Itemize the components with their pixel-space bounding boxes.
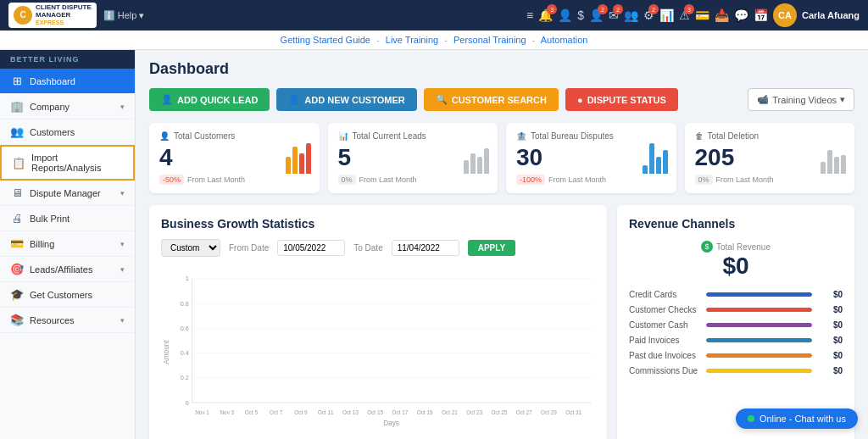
- revenue-item-value-0: $0: [819, 290, 843, 299]
- stat-card-footer-2: -100% From Last Month: [516, 175, 666, 185]
- automation-link[interactable]: Automation: [541, 35, 588, 45]
- period-select[interactable]: Custom Monthly Weekly: [161, 239, 220, 257]
- revenue-item-label-0: Credit Cards: [629, 290, 699, 299]
- sidebar-item-billing[interactable]: 💳 Billing ▾: [0, 231, 135, 257]
- revenue-section: Revenue Channels $ Total Revenue $0 Cred…: [617, 205, 854, 439]
- sidebar-item-dashboard[interactable]: ⊞ Dashboard: [0, 69, 135, 94]
- revenue-total-label: $ Total Revenue: [629, 241, 843, 253]
- stat-card-3: 🗑 Total Deletion 205 0% From Last Month: [685, 123, 855, 193]
- stat-card-title-0: 👤 Total Customers: [159, 131, 309, 141]
- dollar-icon[interactable]: $: [577, 8, 584, 22]
- mini-bar: [649, 143, 654, 174]
- revenue-item-1: Customer Checks $0: [629, 305, 843, 314]
- mini-bar: [306, 143, 311, 174]
- stat-card-2: 🏦 Total Bureau Disputes 30 -100% From La…: [506, 123, 676, 193]
- mini-bars-2: [643, 143, 668, 174]
- from-date-input[interactable]: [277, 240, 345, 256]
- training-videos-button[interactable]: 📹 Training Videos ▾: [748, 88, 854, 111]
- dollar-circle-icon: $: [701, 241, 713, 253]
- avatar: CA: [773, 3, 797, 27]
- add-quick-lead-button[interactable]: 👤 ADD QUICK LEAD: [149, 88, 270, 111]
- page-title: Dashboard: [149, 60, 854, 78]
- mini-bar: [656, 157, 661, 174]
- logo[interactable]: C CLIENT DISPUTE MANAGER EXPRESS: [8, 3, 97, 28]
- svg-text:Days: Days: [383, 420, 399, 427]
- sidebar-item-get-customers[interactable]: 🎓 Get Customers: [0, 282, 135, 308]
- sidebar-icon-1: 🏢: [10, 100, 24, 113]
- svg-text:0.8: 0.8: [181, 300, 189, 308]
- sidebar-item-company[interactable]: 🏢 Company ▾: [0, 94, 135, 119]
- getting-started-link[interactable]: Getting Started Guide: [281, 35, 370, 45]
- mini-bar: [292, 147, 298, 174]
- main-layout: BETTER LIVING ⊞ Dashboard 🏢 Company ▾ 👥 …: [0, 50, 868, 439]
- stat-card-0: 👤 Total Customers 4 -50% From Last Month: [149, 123, 320, 193]
- stat-badge-2: -100%: [516, 175, 545, 185]
- sidebar-label-7: Leads/Affiliates: [30, 264, 92, 275]
- users-icon[interactable]: 👤: [558, 8, 572, 22]
- calendar-icon[interactable]: 📅: [754, 8, 768, 22]
- settings-icon[interactable]: ⚙2: [643, 8, 654, 22]
- sidebar-items: ⊞ Dashboard 🏢 Company ▾ 👥 Customers 📋 Im…: [0, 69, 135, 333]
- mini-bar: [477, 157, 482, 174]
- svg-text:Nov 3: Nov 3: [220, 409, 234, 415]
- notifications-icon[interactable]: 🔔3: [538, 8, 553, 22]
- svg-text:Oct 29: Oct 29: [541, 409, 557, 415]
- stat-cards-row: 👤 Total Customers 4 -50% From Last Month…: [149, 123, 854, 193]
- alert-icon[interactable]: ⚠3: [679, 8, 690, 22]
- help-menu[interactable]: ℹ️ Help ▾: [103, 10, 145, 21]
- mini-bar: [286, 157, 291, 174]
- svg-text:Amount: Amount: [163, 340, 170, 364]
- revenue-item-label-1: Customer Checks: [629, 305, 699, 314]
- chart-section: Business Growth Statistics Custom Monthl…: [149, 205, 607, 439]
- menu-icon[interactable]: ≡: [526, 8, 533, 22]
- sidebar-icon-5: 🖨: [10, 212, 24, 225]
- revenue-item-value-1: $0: [819, 305, 843, 314]
- sidebar-item-customers[interactable]: 👥 Customers: [0, 119, 135, 145]
- apply-button[interactable]: APPLY: [468, 240, 515, 256]
- user-name: Carla Afuang: [802, 10, 860, 20]
- revenue-bar-fill-1: [706, 308, 812, 312]
- stat-card-footer-3: 0% From Last Month: [695, 175, 845, 185]
- revenue-bar-fill-5: [706, 369, 812, 373]
- sidebar-label-9: Resources: [30, 315, 75, 325]
- group-icon[interactable]: 👥: [624, 8, 638, 22]
- inbox-icon[interactable]: 📥: [715, 8, 729, 22]
- sidebar-icon-2: 👥: [10, 125, 24, 138]
- profile-icon[interactable]: 👤2: [589, 8, 604, 22]
- announcement-bar: Getting Started Guide - Live Training - …: [0, 31, 868, 50]
- bubble-icon[interactable]: 💬: [734, 8, 748, 22]
- revenue-item-label-5: Commissions Due: [629, 366, 699, 375]
- stat-card-title-3: 🗑 Total Deletion: [695, 131, 845, 141]
- revenue-bar-track-2: [706, 323, 812, 327]
- customer-search-button[interactable]: 🔍 CUSTOMER SEARCH: [424, 88, 559, 111]
- revenue-total: $ Total Revenue $0: [629, 241, 843, 280]
- add-new-customer-button[interactable]: 👤 ADD NEW CUSTOMER: [276, 88, 416, 111]
- chat-bubble[interactable]: Online - Chat with us: [736, 408, 858, 429]
- stat-icon-0: 👤: [159, 131, 170, 141]
- revenue-item-label-3: Paid Invoices: [629, 336, 699, 345]
- email-icon[interactable]: ✉2: [609, 8, 619, 22]
- personal-training-link[interactable]: Personal Training: [453, 35, 526, 45]
- chevron-icon: ▾: [120, 240, 125, 248]
- mini-bars-1: [464, 143, 489, 174]
- sidebar-item-import-reports-analysis[interactable]: 📋 Import Reports/Analysis: [0, 145, 135, 181]
- credit-icon[interactable]: 💳: [695, 8, 709, 22]
- online-indicator: [748, 415, 754, 422]
- sidebar-item-resources[interactable]: 📚 Resources ▾: [0, 308, 135, 333]
- live-training-link[interactable]: Live Training: [386, 35, 438, 45]
- sidebar-label-5: Bulk Print: [30, 214, 70, 224]
- svg-text:Oct 5: Oct 5: [245, 409, 259, 415]
- stat-icon-2: 🏦: [516, 131, 526, 141]
- to-date-input[interactable]: [392, 240, 459, 256]
- sidebar-item-dispute-manager[interactable]: 🖥 Dispute Manager ▾: [0, 181, 135, 206]
- sidebar-item-bulk-print[interactable]: 🖨 Bulk Print: [0, 206, 135, 231]
- user-profile-area[interactable]: CA Carla Afuang: [773, 3, 860, 27]
- mini-bar: [484, 148, 489, 174]
- chart-icon[interactable]: 📊: [659, 8, 674, 22]
- chevron-icon: ▾: [120, 265, 125, 274]
- dispute-status-button[interactable]: ● DISPUTE STATUS: [565, 88, 678, 111]
- stat-card-footer-1: 0% From Last Month: [338, 175, 488, 185]
- revenue-bar-track-5: [706, 369, 812, 373]
- sidebar-label-0: Dashboard: [30, 76, 75, 86]
- sidebar-item-leads-affiliates[interactable]: 🎯 Leads/Affiliates ▾: [0, 257, 135, 282]
